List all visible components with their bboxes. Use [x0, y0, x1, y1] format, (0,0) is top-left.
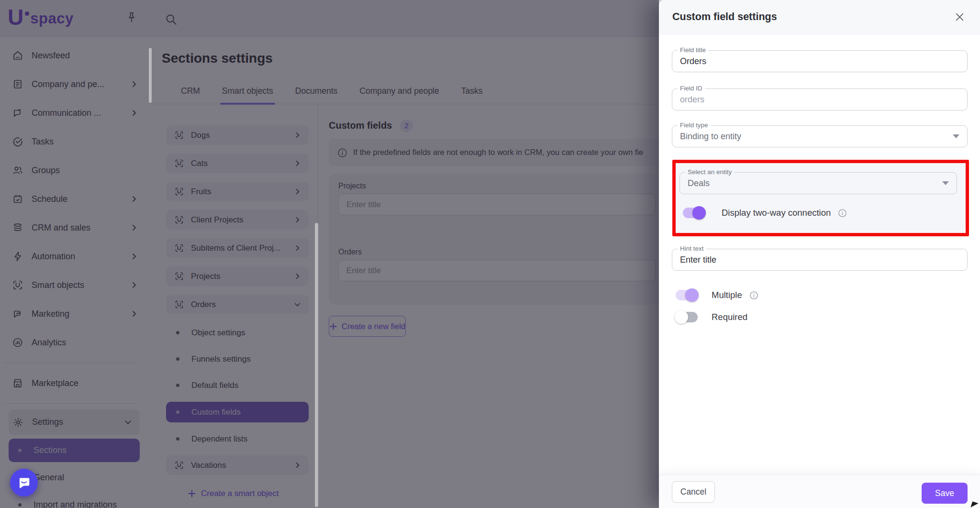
- required-row: Required: [676, 310, 747, 324]
- multiple-label: Multiple: [712, 290, 742, 300]
- save-button[interactable]: Save: [922, 483, 968, 504]
- modal-title: Custom field settings: [672, 11, 777, 23]
- entity-select-value: Deals: [688, 178, 710, 188]
- chat-launcher-button[interactable]: [10, 469, 38, 497]
- field-type-value: Binding to entity: [680, 132, 741, 142]
- caret-down-icon: [942, 181, 949, 185]
- field-title-input[interactable]: Field title Orders: [672, 50, 968, 72]
- info-icon[interactable]: [749, 291, 758, 300]
- field-type-label: Field type: [678, 121, 711, 129]
- close-icon[interactable]: [952, 10, 967, 24]
- field-id-label: Field ID: [678, 85, 705, 92]
- custom-field-settings-modal: Custom field settings Field title Orders…: [659, 0, 980, 508]
- multiple-toggle[interactable]: [676, 290, 698, 300]
- field-id-value: orders: [680, 95, 704, 105]
- caret-down-icon: [953, 134, 959, 138]
- required-label: Required: [712, 312, 747, 322]
- hint-text-value: Enter title: [680, 255, 716, 265]
- two-way-connection-toggle[interactable]: [683, 208, 705, 218]
- info-icon[interactable]: [838, 209, 847, 218]
- sidebar-scrollbar[interactable]: [149, 48, 152, 103]
- field-title-label: Field title: [678, 46, 708, 54]
- two-way-connection-label: Display two-way connection: [722, 208, 831, 218]
- entity-select-label: Select an entity: [685, 168, 734, 176]
- multiple-row: Multiple: [676, 288, 758, 302]
- field-title-value: Orders: [680, 56, 706, 66]
- chat-bubble-icon: [17, 475, 31, 490]
- toggle-knob: [675, 310, 688, 324]
- hint-text-label: Hint text: [678, 245, 706, 252]
- cancel-button[interactable]: Cancel: [672, 481, 715, 503]
- field-type-select[interactable]: Field type Binding to entity: [672, 125, 968, 147]
- modal-footer: Cancel Save: [659, 475, 980, 508]
- field-id-input[interactable]: Field ID orders: [672, 88, 968, 110]
- entity-select[interactable]: Select an entity Deals: [679, 172, 957, 194]
- app-root: U spacy Newsfeed Company and pe...: [0, 0, 980, 508]
- required-toggle[interactable]: [676, 312, 698, 322]
- toggle-knob: [685, 288, 699, 302]
- subnav-scrollbar[interactable]: [315, 223, 318, 507]
- modal-header: Custom field settings: [659, 0, 980, 34]
- modal-backdrop[interactable]: [0, 0, 659, 508]
- toggle-knob: [692, 206, 706, 220]
- hint-text-input[interactable]: Hint text Enter title: [672, 249, 968, 271]
- two-way-connection-row: Display two-way connection: [683, 206, 847, 220]
